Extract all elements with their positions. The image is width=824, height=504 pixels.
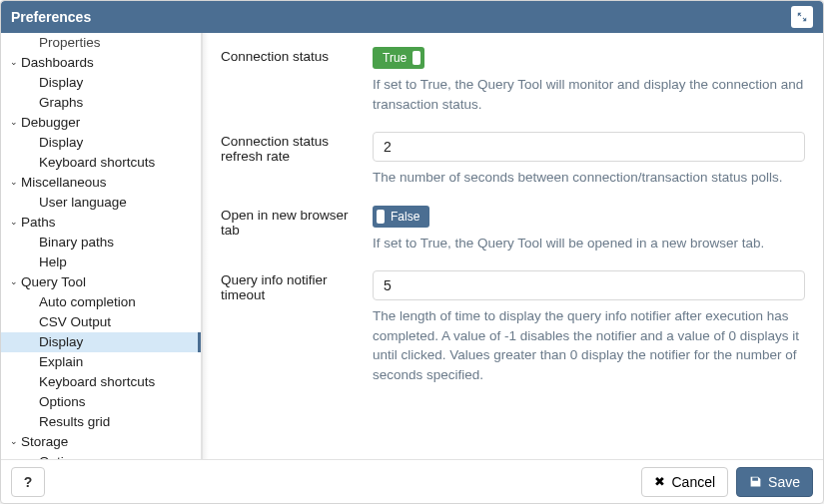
chevron-down-icon: ⌄	[7, 271, 21, 291]
label-refresh-rate: Connection status refresh rate	[221, 132, 349, 188]
tree-group-label: Dashboards	[21, 53, 94, 73]
tree-group-query-tool[interactable]: ⌄Query Tool	[1, 272, 201, 292]
chevron-down-icon: ⌄	[7, 112, 21, 132]
close-icon: ✖	[654, 475, 665, 488]
tree-group-miscellaneous[interactable]: ⌄Miscellaneous	[1, 173, 201, 193]
tree-item-query-tool-auto-completion[interactable]: Auto completion	[1, 292, 201, 312]
expand-button[interactable]	[791, 6, 813, 28]
tree-item-dashboards-graphs[interactable]: Graphs	[1, 93, 201, 113]
tree-item-query-tool-csv-output[interactable]: CSV Output	[1, 312, 201, 332]
chevron-down-icon: ⌄	[7, 212, 21, 232]
tree-item-debugger-display[interactable]: Display	[1, 133, 201, 153]
tree-group-paths[interactable]: ⌄Paths	[1, 213, 201, 233]
tree-group-label: Storage	[21, 432, 68, 452]
input-notifier-timeout[interactable]	[373, 270, 805, 300]
preferences-dialog: Preferences Properties⌄DashboardsDisplay…	[0, 0, 824, 504]
dialog-header: Preferences	[1, 1, 823, 33]
tree-item-debugger-keyboard-shortcuts[interactable]: Keyboard shortcuts	[1, 153, 201, 173]
label-notifier-timeout: Query info notifier timeout	[221, 270, 349, 384]
cancel-label: Cancel	[671, 474, 715, 490]
tree-item-paths-help[interactable]: Help	[1, 252, 201, 272]
dialog-footer: ? ✖ Cancel Save	[1, 459, 823, 503]
field-refresh-rate: Connection status refresh rate The numbe…	[221, 132, 805, 188]
save-button[interactable]: Save	[736, 467, 813, 497]
toggle-knob	[412, 51, 420, 65]
help-new-tab: If set to True, the Query Tool will be o…	[373, 234, 805, 253]
tree-item-query-tool-results-grid[interactable]: Results grid	[1, 412, 201, 432]
help-connection-status: If set to True, the Query Tool will moni…	[373, 75, 805, 114]
tree-item-miscellaneous-user-language[interactable]: User language	[1, 193, 201, 213]
tree-item-properties[interactable]: Properties	[1, 33, 201, 53]
settings-panel: Connection status True If set to True, t…	[203, 33, 823, 459]
expand-icon	[796, 11, 808, 23]
category-tree[interactable]: Properties⌄DashboardsDisplayGraphs⌄Debug…	[1, 33, 203, 459]
label-new-tab: Open in new browser tab	[221, 206, 349, 253]
save-label: Save	[768, 474, 800, 490]
chevron-down-icon: ⌄	[7, 431, 21, 451]
input-refresh-rate[interactable]	[373, 132, 805, 162]
tree-item-query-tool-explain[interactable]: Explain	[1, 352, 201, 372]
tree-item-storage-options[interactable]: Options	[1, 452, 201, 459]
tree-item-paths-binary-paths[interactable]: Binary paths	[1, 233, 201, 252]
help-button[interactable]: ?	[11, 467, 45, 497]
dialog-title: Preferences	[11, 9, 91, 25]
tree-group-label: Miscellaneous	[21, 173, 107, 193]
help-notifier-timeout: The length of time to display the query …	[373, 306, 805, 384]
help-icon: ?	[24, 474, 33, 490]
chevron-down-icon: ⌄	[7, 52, 21, 72]
toggle-label: True	[377, 51, 412, 65]
label-connection-status: Connection status	[221, 47, 349, 114]
field-new-tab: Open in new browser tab False If set to …	[221, 206, 805, 253]
tree-group-label: Paths	[21, 213, 56, 233]
tree-item-query-tool-keyboard-shortcuts[interactable]: Keyboard shortcuts	[1, 372, 201, 392]
tree-item-query-tool-display[interactable]: Display	[1, 332, 201, 352]
tree-item-query-tool-options[interactable]: Options	[1, 392, 201, 412]
cancel-button[interactable]: ✖ Cancel	[641, 467, 728, 497]
tree-group-label: Query Tool	[21, 272, 86, 292]
toggle-new-tab[interactable]: False	[373, 206, 429, 228]
chevron-down-icon: ⌄	[7, 172, 21, 192]
save-icon	[749, 475, 762, 488]
field-connection-status: Connection status True If set to True, t…	[221, 47, 805, 114]
tree-group-debugger[interactable]: ⌄Debugger	[1, 113, 201, 133]
toggle-knob	[377, 210, 385, 224]
tree-item-dashboards-display[interactable]: Display	[1, 73, 201, 93]
toggle-connection-status[interactable]: True	[373, 47, 424, 69]
toggle-label: False	[385, 210, 425, 224]
tree-group-label: Debugger	[21, 113, 80, 133]
help-refresh-rate: The number of seconds between connection…	[373, 168, 805, 188]
tree-group-dashboards[interactable]: ⌄Dashboards	[1, 53, 201, 73]
tree-group-storage[interactable]: ⌄Storage	[1, 432, 201, 452]
field-notifier-timeout: Query info notifier timeout The length o…	[221, 270, 805, 384]
